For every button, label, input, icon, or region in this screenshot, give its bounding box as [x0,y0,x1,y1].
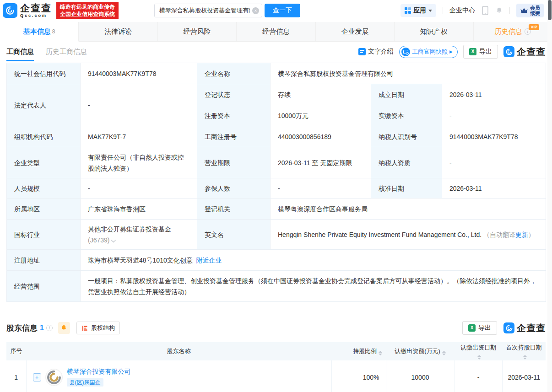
field-label: 成立日期 [371,84,442,105]
field-label: 工商注册号 [197,126,271,147]
business-registration-table: 统一社会信用代码 91440003MAK77K9T78 企业名称 横琴深合私募股… [6,63,546,302]
sort-icons [523,355,527,360]
sort-icons [477,355,481,360]
tab-company-development[interactable]: 企业发展 [316,22,395,41]
equity-structure-icon [81,325,88,332]
chevron-down-icon [428,10,432,12]
expand-plus-button[interactable]: + [33,373,41,381]
field-value: - [442,147,546,178]
field-value: 广东省珠海市香洲区 [81,199,197,220]
qcc-logo-icon[interactable] [3,3,17,18]
translate-note-close: ） [528,231,535,238]
subtab-business-registration[interactable]: 工商信息 [6,48,34,61]
export-button[interactable]: X 导出 [462,321,497,335]
field-label: 法定代表人 [7,84,81,126]
brand-name: 企查查 [20,3,52,13]
apps-grid-icon [405,7,411,14]
tab-history-info[interactable]: 历史信息 i VIP [474,22,552,41]
search-button[interactable]: 查一下 [265,4,300,17]
chevron-down-icon [111,238,116,242]
subtab-history-registration[interactable]: 历史工商信息 [46,48,87,56]
tab-intellectual-property[interactable]: 知识产权 [395,22,473,41]
date-value: - [455,360,502,392]
shareholder-row: 1 + 横琴深合投资有限公司 县(区)属国企 100% 10000 - 2026… [6,360,546,392]
official-snapshot-button[interactable]: 工商官网快照 ▶ [399,46,458,58]
field-label: 统一社会信用代码 [7,63,81,84]
shareholder-company-link[interactable]: 横琴深合投资有限公司 [67,368,131,375]
field-label: 纳税人资质 [371,147,442,178]
brand-text: 企查查 Qcc.com [20,3,52,18]
bell-icon [60,324,67,332]
field-label: 企业类型 [7,147,81,178]
tab-operation-info[interactable]: 经营信息 [237,22,315,41]
ratio-value: 100% [331,360,386,392]
shareholder-company-logo[interactable] [45,369,63,386]
arrow-right-icon: ▶ [449,49,453,54]
mobile-app-icon[interactable] [482,6,489,15]
shareholders-title: 股东信息 [6,323,38,333]
qcc-logo-icon [503,46,514,57]
tab-legal-litigation[interactable]: 法律诉讼 [79,22,157,41]
shareholders-table-header: 序号 股东名称 持股比例 认缴出资额(万元) 认缴出资日期 首次持股日期 [6,342,546,360]
notification-bell-icon[interactable] [495,6,503,15]
sort-icons [442,351,446,355]
field-value: 横琴粤澳深度合作区商事服务局 [271,199,546,220]
search-input[interactable] [154,4,262,17]
shareholders-table: 序号 股东名称 持股比例 认缴出资额(万元) 认缴出资日期 首次持股日期 1 +… [6,342,546,392]
tab-operation-risk[interactable]: 经营风险 [158,22,237,41]
monitor-bell-button[interactable] [58,322,70,334]
qcc-watermark-logo: 企查查 [503,322,546,334]
apps-menu-button[interactable]: 应用 [400,4,436,17]
translate-refresh-link[interactable]: 更新 [515,231,528,238]
scrollbar-thumb[interactable] [548,0,552,20]
field-value-address: 珠海市横琴天羽道48号1010文化创意 附近企业 [81,250,546,271]
field-label: 注册地址 [7,250,81,271]
nearby-companies-link[interactable]: 附近企业 [196,257,222,264]
field-label: 经营范围 [7,271,81,302]
field-label: 英文名 [197,220,271,250]
excel-icon: X [469,48,476,55]
enterprise-center-link[interactable]: 企业中心 [449,6,475,15]
crown-icon [520,7,528,14]
shareholders-header: 股东信息 1 i 股权结构 X 导出 企查查 [6,321,546,335]
col-ratio-sort[interactable]: 持股比例 [331,342,386,360]
field-label: 人员规模 [7,178,81,199]
tab-basic-info[interactable]: 基本信息8 [0,22,79,42]
first-date-value: 2026-03-11 [502,360,546,392]
field-value: 存续 [271,84,371,105]
divider [443,7,443,14]
apps-label: 应用 [413,6,426,15]
field-label: 企业名称 [197,63,271,84]
industry-code-row[interactable]: (J6739) [88,235,189,246]
brand-slogan: 缔造有远见的商业传奇 全国企业信用查询系统 [56,2,119,19]
col-amount-sort[interactable]: 认缴出资额(万元) [386,342,455,360]
field-label: 登记状态 [197,84,271,105]
clear-search-icon[interactable]: × [252,7,259,14]
field-value: - [81,84,197,126]
col-shareholder-name: 股东名称 [26,342,331,360]
info-icon[interactable]: i [46,325,53,331]
vip-renew-button[interactable]: 会员续费 [516,4,544,17]
vip-badge: VIP [529,24,539,30]
field-label: 登记机关 [197,199,271,220]
scrollbar-track[interactable] [547,0,552,392]
export-button[interactable]: X 导出 [463,45,498,59]
col-date-sort[interactable]: 认缴出资日期 [455,342,502,360]
search-area: × 查一下 [154,4,300,17]
slogan-line2: 全国企业信用查询系统 [60,11,115,18]
col-first-date-sort[interactable]: 首次持股日期 [502,342,546,360]
field-value: - [271,178,371,199]
field-value: MAK77K9T-7 [81,126,197,147]
field-value: 2026-03-11 至 无固定期限 [271,147,371,178]
header-right: 应用 企业中心 会员续费 [400,4,544,17]
sort-icons [379,351,382,355]
brand-domain: Qcc.com [20,14,52,18]
qcc-watermark-logo: 企查查 [503,46,546,58]
equity-structure-button[interactable]: 股权结构 [76,322,120,334]
translate-note: （自动翻译 [483,231,515,238]
state-owned-tag[interactable]: 县(区)属国企 [67,378,103,387]
field-value: 2026-03-11 [442,178,546,199]
vip-label: 会员续费 [530,5,540,16]
text-intro-button[interactable]: 文字介绍 [358,48,394,56]
row-number: 1 [6,360,26,392]
